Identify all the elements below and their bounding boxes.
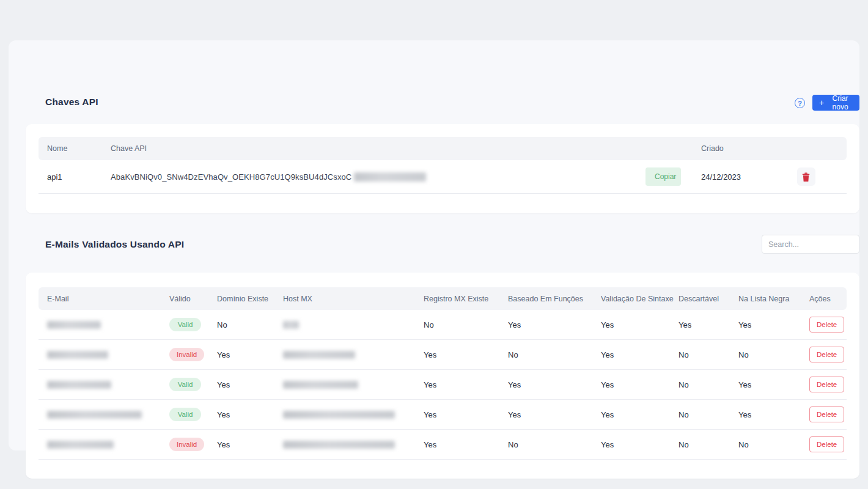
redacted-email [47, 321, 101, 329]
domain-exists-value: Yes [217, 380, 283, 389]
redacted-host-mx [283, 411, 395, 419]
redacted-host-mx [283, 381, 358, 389]
email-table-row: Valid Yes Yes Yes Yes No Yes Delete [39, 400, 847, 430]
email-table-row: Valid No No Yes Yes Yes Yes Delete [39, 310, 847, 340]
valid-status-badge: Valid [169, 408, 201, 421]
syntax-validation-value: Yes [601, 440, 679, 449]
col-header-email: E-Mail [47, 295, 169, 303]
redacted-email [47, 351, 108, 359]
role-based-value: No [508, 440, 601, 449]
redacted-email [47, 411, 142, 419]
redacted-email [47, 441, 114, 449]
col-header-criado: Criado [692, 144, 778, 153]
col-header-validacao-de-sintaxe: Validação De Sintaxe [601, 295, 679, 303]
valid-status-badge: Valid [169, 378, 201, 391]
email-table-row: Valid Yes Yes Yes Yes No Yes Delete [39, 370, 847, 400]
mx-record-exists-value: No [424, 320, 508, 329]
blacklisted-value: Yes [738, 380, 809, 389]
create-new-label: Criar novo [828, 94, 853, 111]
col-header-baseado-em-funcoes: Baseado Em Funções [508, 295, 601, 303]
syntax-validation-value: Yes [601, 410, 679, 419]
blacklisted-value: No [738, 440, 809, 449]
page: { "colors": { "accent": "#2e6bef", "succ… [0, 0, 868, 489]
delete-email-button[interactable]: Delete [809, 377, 844, 392]
api-keys-table-header: Nome Chave API Criado [39, 137, 847, 160]
delete-key-button[interactable] [797, 167, 815, 186]
valid-status-badge: Invalid [169, 348, 204, 361]
email-table-row: Invalid Yes Yes No Yes No No Delete [39, 430, 847, 460]
api-keys-title: Chaves API [45, 97, 98, 108]
role-based-value: Yes [508, 320, 601, 329]
validated-emails-card: E-Mail Válido Domínio Existe Host MX Reg… [26, 273, 859, 479]
api-keys-card: Nome Chave API Criado api1 AbaKvBNiQv0_S… [26, 124, 859, 213]
search-input[interactable] [762, 235, 859, 254]
role-based-value: No [508, 350, 601, 359]
help-icon[interactable]: ? [795, 98, 805, 108]
blacklisted-value: No [738, 350, 809, 359]
syntax-validation-value: Yes [601, 380, 679, 389]
col-header-chave-api: Chave API [111, 144, 637, 153]
redacted-email [47, 381, 111, 389]
domain-exists-value: No [217, 320, 283, 329]
delete-email-button[interactable]: Delete [809, 317, 844, 333]
redacted-host-mx [283, 441, 395, 449]
api-key-name: api1 [47, 172, 111, 182]
role-based-value: Yes [508, 380, 601, 389]
role-based-value: Yes [508, 410, 601, 419]
col-header-descartavel: Descartável [679, 295, 738, 303]
mx-record-exists-value: Yes [424, 380, 508, 389]
email-table-body: Valid No No Yes Yes Yes Yes Delete Inval… [39, 310, 847, 460]
col-header-host-mx: Host MX [283, 295, 424, 303]
disposable-value: No [679, 380, 738, 389]
col-header-acoes: Ações [809, 295, 847, 303]
domain-exists-value: Yes [217, 410, 283, 419]
delete-email-button[interactable]: Delete [809, 406, 844, 422]
syntax-validation-value: Yes [601, 350, 679, 359]
col-header-nome: Nome [47, 144, 111, 153]
valid-status-badge: Invalid [169, 438, 204, 451]
blacklisted-value: Yes [738, 410, 809, 419]
col-header-na-lista-negra: Na Lista Negra [738, 295, 809, 303]
redacted-key-segment [354, 172, 426, 182]
mx-record-exists-value: Yes [424, 350, 508, 359]
validated-emails-title: E-Mails Validados Usando API [45, 239, 184, 250]
emails-table-header: E-Mail Válido Domínio Existe Host MX Reg… [39, 287, 847, 310]
valid-status-badge: Valid [169, 318, 201, 331]
disposable-value: No [679, 350, 738, 359]
mx-record-exists-value: Yes [424, 410, 508, 419]
disposable-value: No [679, 410, 738, 419]
copy-key-button[interactable]: Copiar [645, 167, 681, 186]
redacted-host-mx [283, 321, 299, 329]
trash-icon [802, 172, 810, 182]
domain-exists-value: Yes [217, 440, 283, 449]
mx-record-exists-value: Yes [424, 440, 508, 449]
email-table-row: Invalid Yes Yes No Yes No No Delete [39, 340, 847, 370]
delete-email-button[interactable]: Delete [809, 436, 844, 452]
delete-email-button[interactable]: Delete [809, 347, 844, 362]
syntax-validation-value: Yes [601, 320, 679, 329]
api-key-created-date: 24/12/2023 [692, 172, 778, 182]
api-key-row: api1 AbaKvBNiQv0_SNw4DzEVhaQv_OEKH8G7cU1… [39, 160, 847, 194]
col-header-dominio-existe: Domínio Existe [217, 295, 283, 303]
api-key-value: AbaKvBNiQv0_SNw4DzEVhaQv_OEKH8G7cU1Q9ksB… [111, 172, 637, 182]
create-new-button[interactable]: + Criar novo [812, 95, 859, 111]
blacklisted-value: Yes [738, 320, 809, 329]
disposable-value: Yes [679, 320, 738, 329]
main-panel: Chaves API ? + Criar novo Nome Chave API… [9, 40, 859, 450]
plus-icon: + [819, 98, 824, 108]
col-header-valido: Válido [169, 295, 217, 303]
col-header-registro-mx-existe: Registro MX Existe [424, 295, 508, 303]
redacted-host-mx [283, 351, 355, 359]
disposable-value: No [679, 440, 738, 449]
domain-exists-value: Yes [217, 350, 283, 359]
api-keys-table-body: api1 AbaKvBNiQv0_SNw4DzEVhaQv_OEKH8G7cU1… [39, 160, 847, 194]
